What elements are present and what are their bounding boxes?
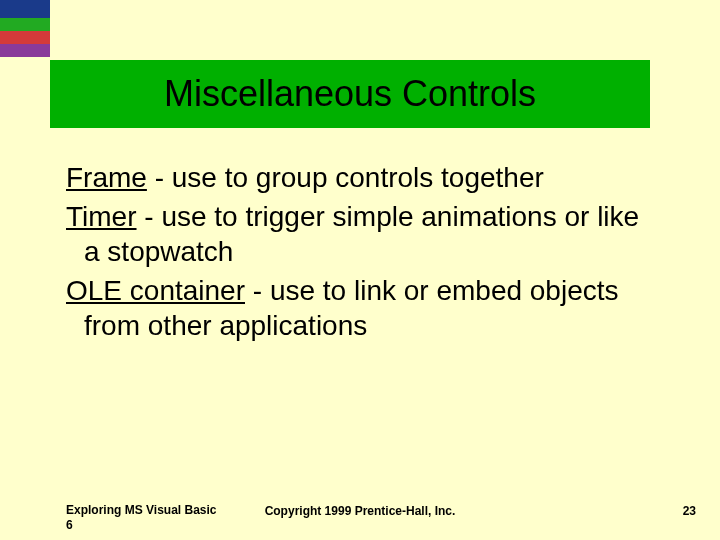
slide-footer: Exploring MS Visual Basic 6 Copyright 19… [0, 496, 720, 536]
accent-stripe-red [0, 31, 50, 44]
desc-timer: - use to trigger simple animations or li… [84, 201, 639, 267]
list-item: Frame - use to group controls together [66, 160, 656, 195]
corner-accent [0, 0, 50, 60]
term-timer: Timer [66, 201, 137, 232]
title-bar: Miscellaneous Controls [50, 60, 650, 128]
accent-stripe-blue [0, 0, 50, 18]
term-frame: Frame [66, 162, 147, 193]
slide-body: Frame - use to group controls together T… [66, 160, 656, 347]
accent-stripe-green [0, 18, 50, 31]
list-item: Timer - use to trigger simple animations… [66, 199, 656, 269]
slide-title: Miscellaneous Controls [164, 73, 536, 115]
accent-stripe-purple [0, 44, 50, 57]
list-item: OLE container - use to link or embed obj… [66, 273, 656, 343]
desc-frame: - use to group controls together [147, 162, 544, 193]
footer-center: Copyright 1999 Prentice-Hall, Inc. [0, 504, 720, 518]
term-ole: OLE container [66, 275, 245, 306]
page-number: 23 [683, 504, 696, 518]
